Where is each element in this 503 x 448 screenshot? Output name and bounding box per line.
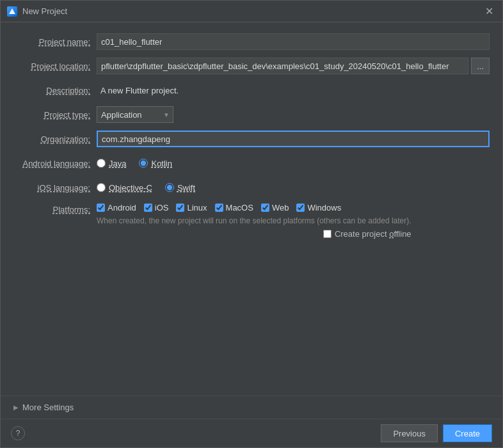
app-icon	[7, 6, 17, 17]
android-language-group: Java Kotlin	[97, 159, 172, 168]
project-location-row: Project location: ...	[13, 57, 490, 75]
android-kotlin-radio[interactable]	[139, 159, 148, 168]
platform-android-checkbox[interactable]	[97, 204, 105, 212]
description-value: A new Flutter project.	[97, 84, 182, 97]
ios-swift-label: Swift	[177, 183, 195, 193]
android-kotlin-option[interactable]: Kotlin	[139, 159, 172, 168]
platform-windows[interactable]: Windows	[296, 203, 341, 212]
description-row: Description: A new Flutter project.	[13, 81, 490, 99]
platform-windows-label: Windows	[307, 203, 341, 212]
project-type-select-wrapper: Application Plugin Package Module ▼	[97, 106, 173, 123]
android-java-option[interactable]: Java	[97, 159, 126, 168]
ios-objc-option[interactable]: Objective-C	[97, 183, 152, 193]
description-label: Description:	[13, 86, 97, 95]
platform-ios[interactable]: iOS	[144, 203, 169, 212]
help-button[interactable]: ?	[11, 426, 25, 440]
ios-language-row: iOS language: Objective-C Swift	[13, 179, 490, 196]
create-offline-row: Create project offline	[97, 229, 411, 239]
create-offline-checkbox[interactable]	[323, 230, 331, 238]
platform-macos-checkbox[interactable]	[215, 204, 223, 212]
platforms-label: Platforms:	[13, 203, 97, 214]
ios-language-group: Objective-C Swift	[97, 183, 195, 193]
platform-android[interactable]: Android	[97, 203, 136, 212]
organization-label: Organization:	[13, 134, 97, 144]
platform-android-label: Android	[108, 203, 136, 212]
platforms-row: Platforms: Android iOS Linux	[13, 203, 490, 239]
svg-marker-0	[9, 8, 15, 14]
platform-linux-checkbox[interactable]	[176, 204, 184, 212]
ios-language-label: iOS language:	[13, 183, 97, 193]
ios-objc-radio[interactable]	[97, 183, 106, 192]
android-java-radio[interactable]	[97, 159, 106, 168]
android-language-row: Android language: Java Kotlin	[13, 154, 490, 172]
platform-ios-checkbox[interactable]	[144, 204, 152, 212]
android-kotlin-label: Kotlin	[151, 159, 172, 168]
project-name-label: Project name:	[13, 37, 97, 47]
dialog-content: Project name: Project location: ... Desc…	[1, 22, 502, 396]
platforms-checkboxes: Android iOS Linux MacOS	[97, 203, 411, 212]
android-language-label: Android language:	[13, 159, 97, 168]
chevron-right-icon: ▶	[13, 404, 19, 411]
android-java-label: Java	[109, 159, 126, 168]
organization-input[interactable]	[97, 131, 490, 147]
title-bar-left: New Project	[7, 6, 67, 17]
project-type-row: Project type: Application Plugin Package…	[13, 106, 490, 124]
more-settings-section[interactable]: ▶ More Settings	[1, 396, 502, 419]
project-name-row: Project name:	[13, 33, 490, 51]
create-offline-label: Create project offline	[335, 229, 411, 239]
create-offline-option[interactable]: Create project offline	[323, 229, 411, 239]
previous-button[interactable]: Previous	[381, 424, 438, 442]
browse-button[interactable]: ...	[471, 58, 490, 74]
footer-right: Previous Create	[381, 424, 492, 442]
platform-macos-label: MacOS	[226, 203, 253, 212]
ios-swift-radio[interactable]	[165, 183, 174, 192]
platform-linux[interactable]: Linux	[176, 203, 207, 212]
dialog-footer: ? Previous Create	[1, 419, 502, 447]
more-settings-label: More Settings	[22, 403, 74, 412]
new-project-dialog: New Project ✕ Project name: Project loca…	[0, 0, 503, 448]
platform-linux-label: Linux	[187, 203, 207, 212]
project-name-input[interactable]	[97, 33, 490, 50]
ios-objc-label: Objective-C	[109, 183, 152, 193]
platform-web-checkbox[interactable]	[261, 204, 269, 212]
project-location-input-group: ...	[97, 58, 490, 74]
project-location-input[interactable]	[97, 58, 468, 74]
platforms-group-wrapper: Android iOS Linux MacOS	[97, 203, 411, 239]
ios-swift-option[interactable]: Swift	[165, 183, 195, 193]
project-location-label: Project location:	[13, 61, 97, 71]
platforms-info-text: When created, the new project will run o…	[97, 216, 411, 225]
title-bar: New Project ✕	[1, 1, 502, 22]
footer-left: ?	[11, 426, 25, 440]
platform-windows-checkbox[interactable]	[296, 204, 305, 212]
platform-web[interactable]: Web	[261, 203, 289, 212]
create-button[interactable]: Create	[443, 424, 492, 442]
project-type-select[interactable]: Application Plugin Package Module	[97, 106, 173, 123]
platform-macos[interactable]: MacOS	[215, 203, 253, 212]
project-type-label: Project type:	[13, 110, 97, 120]
dialog-title: New Project	[22, 6, 67, 16]
organization-row: Organization:	[13, 130, 490, 148]
platform-ios-label: iOS	[155, 203, 169, 212]
close-button[interactable]: ✕	[483, 5, 496, 18]
platform-web-label: Web	[272, 203, 289, 212]
